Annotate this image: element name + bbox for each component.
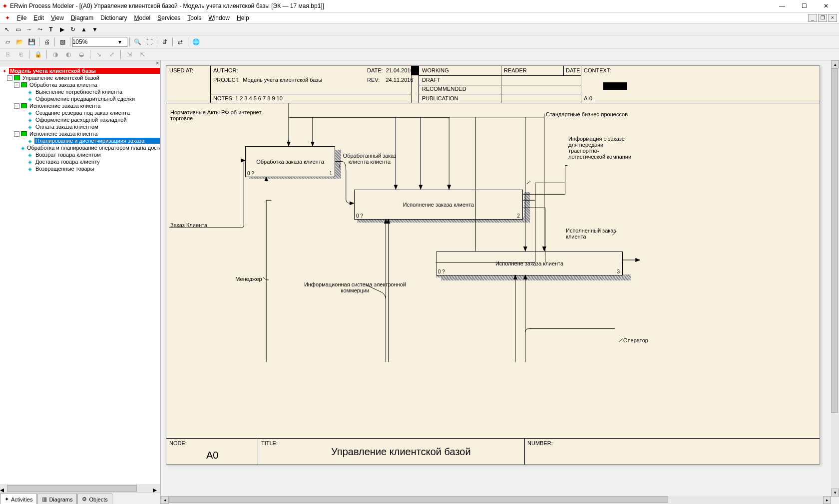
menu-file[interactable]: File (14, 13, 29, 22)
app-icon: ✦ (2, 2, 8, 10)
arrow-tool-icon[interactable]: → (24, 24, 34, 34)
label-info-order: Информация о заказе для передачи траспор… (568, 136, 633, 160)
leaf-icon: ◈ (26, 117, 33, 123)
activity-icon (14, 75, 20, 80)
activity-box-2[interactable]: Исполнение заказа клиента 0 ?2 (354, 190, 523, 220)
t3-5-icon[interactable]: ◒ (76, 49, 87, 59)
junction-tool-icon[interactable]: ⤳ (35, 24, 45, 34)
leaf-icon: ◈ (26, 96, 33, 102)
diagram-page: USED AT: AUTHOR: PROJECT: Модель учета к… (166, 65, 820, 465)
activity-icon (21, 103, 27, 108)
diagrams-icon: ▥ (42, 496, 47, 503)
leaf-icon: ◈ (26, 138, 33, 144)
mdi-minimize[interactable]: _ (808, 14, 817, 22)
sidebar: × ✦Модель учета клиентской базы −Управле… (0, 60, 161, 504)
label-operator: Оператор (621, 337, 651, 343)
menu-edit[interactable]: Edit (30, 13, 47, 22)
activities-icon: ✦ (4, 496, 9, 503)
diagram-canvas[interactable]: USED AT: AUTHOR: PROJECT: Модель учета к… (161, 60, 839, 504)
expand-icon[interactable]: − (14, 103, 19, 109)
canvas-h-scrollbar[interactable]: ◂ ▸ (161, 496, 831, 504)
down-tool-icon[interactable]: ▼ (90, 24, 100, 34)
idef0-header: USED AT: AUTHOR: PROJECT: Модель учета к… (166, 66, 820, 103)
context-box (603, 82, 627, 90)
t3-1-icon[interactable]: ⎘ (2, 49, 13, 59)
activity-icon (21, 82, 27, 87)
t3-9-icon[interactable]: ⇱ (137, 49, 148, 59)
t3-3-icon[interactable]: ◑ (50, 49, 61, 59)
menu-help[interactable]: Help (234, 13, 252, 22)
menu-dictionary[interactable]: Dictionary (97, 13, 130, 22)
menu-diagram[interactable]: Diagram (68, 13, 96, 22)
root-icon: ✦ (1, 68, 8, 74)
t3-7-icon[interactable]: ⤢ (106, 49, 117, 59)
label-top-control: Нормативные Акты РФ об интернет-торговле (170, 109, 280, 121)
activity-box-3[interactable]: Исполнене заказа клиента 0 ?3 (436, 252, 623, 275)
box-tool-icon[interactable]: ▭ (13, 24, 23, 34)
sidebar-tabs: ✦Activities ▥Diagrams ⚙Objects (0, 493, 160, 504)
sidebar-close-icon[interactable]: × (156, 60, 159, 66)
activity-icon (21, 131, 27, 136)
play-tool-icon[interactable]: ▶ (57, 24, 67, 34)
label-manager: Менеджер (231, 276, 266, 282)
canvas-v-scrollbar[interactable]: ▴ ▾ (831, 60, 839, 497)
up-tool-icon[interactable]: ▲ (79, 24, 89, 34)
menu-tools[interactable]: Tools (184, 13, 204, 22)
menu-model[interactable]: Model (131, 13, 154, 22)
idef0-footer: NODE: A0 TITLE: Управление клиентской ба… (166, 438, 820, 464)
t3-4-icon[interactable]: ◐ (63, 49, 74, 59)
app-small-icon: ✦ (2, 13, 13, 22)
leaf-icon: ◈ (26, 159, 33, 165)
print-icon[interactable]: 🖨 (41, 36, 52, 47)
t3-8-icon[interactable]: ⇲ (124, 49, 135, 59)
zoom-combo[interactable]: 105%▾ (72, 37, 127, 47)
close-button[interactable]: ✕ (815, 0, 837, 12)
pointer-tool-icon[interactable]: ↖ (2, 24, 12, 34)
objects-icon: ⚙ (82, 496, 87, 503)
expand-icon[interactable]: − (14, 82, 19, 88)
zoom-fit-icon[interactable]: ⛶ (144, 36, 155, 47)
world-icon[interactable]: 🌐 (190, 36, 201, 47)
label-info-system: Информационная система электронной комме… (295, 281, 415, 293)
tree-h-scrollbar[interactable]: ◂▸ (0, 485, 160, 493)
menubar: ✦ File Edit View Diagram Dictionary Mode… (0, 12, 839, 23)
leaf-icon: ◈ (21, 145, 25, 151)
expand-icon[interactable]: − (14, 131, 19, 137)
zoom-in-icon[interactable]: 🔍 (132, 36, 143, 47)
label-executed-order: Исполненный заказ клиента (566, 228, 636, 240)
tab-diagrams[interactable]: ▥Diagrams (37, 494, 77, 504)
minimize-button[interactable]: — (771, 0, 793, 12)
label-order: Заказ Клиента (170, 222, 210, 228)
palette-icon[interactable]: ▧ (57, 36, 68, 47)
mdi-restore[interactable]: ❐ (818, 14, 827, 22)
leaf-icon: ◈ (26, 124, 33, 130)
refresh-tool-icon[interactable]: ↻ (68, 24, 78, 34)
save-icon[interactable]: 💾 (26, 36, 37, 47)
model-tree[interactable]: ✦Модель учета клиентской базы −Управлени… (0, 66, 160, 485)
toolbar-main: ▱ 📂 💾 🖨 ▧ 105%▾ 🔍 ⛶ ⇵ ⇄ 🌐 (0, 35, 839, 48)
link-icon[interactable]: ⇄ (175, 36, 186, 47)
menu-services[interactable]: Services (154, 13, 183, 22)
sort-icon[interactable]: ⇵ (159, 36, 170, 47)
mdi-close[interactable]: × (828, 14, 837, 22)
text-tool-icon[interactable]: T (46, 24, 56, 34)
new-icon[interactable]: ▱ (2, 36, 13, 47)
expand-icon[interactable]: − (7, 75, 12, 81)
menu-window[interactable]: Window (205, 13, 233, 22)
titlebar: ✦ ERwin Process Modeler - [(A0) Управлен… (0, 0, 839, 12)
window-title: ERwin Process Modeler - [(A0) Управление… (10, 2, 771, 9)
leaf-icon: ◈ (26, 152, 33, 158)
menu-view[interactable]: View (48, 13, 67, 22)
maximize-button[interactable]: ☐ (793, 0, 815, 12)
open-icon[interactable]: 📂 (14, 36, 25, 47)
activity-box-1[interactable]: Обработка заказа клиента 0 ?1 (245, 146, 335, 177)
toolbar-edit: ⎘ ⎗ 🔒 ◑ ◐ ◒ ↘ ⤢ ⇲ ⇱ (0, 48, 839, 60)
tab-objects[interactable]: ⚙Objects (77, 494, 112, 504)
leaf-icon: ◈ (26, 166, 33, 172)
tab-activities[interactable]: ✦Activities (0, 494, 37, 504)
label-processed-order: Обработанный заказ клиента клиента (342, 153, 397, 165)
lock-icon[interactable]: 🔒 (32, 49, 43, 59)
label-standard-proc: Стандартные бизнес-процессов (546, 111, 646, 117)
t3-6-icon[interactable]: ↘ (93, 49, 104, 59)
t3-2-icon[interactable]: ⎗ (15, 49, 26, 59)
